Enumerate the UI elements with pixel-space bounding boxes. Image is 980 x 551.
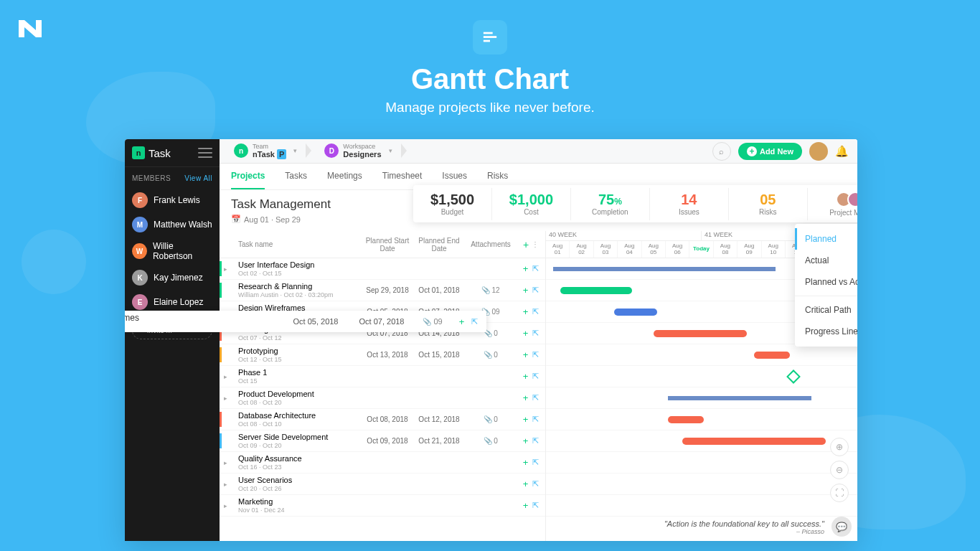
external-link-icon[interactable]: ⇱: [471, 317, 478, 326]
expand-icon[interactable]: ▸: [224, 502, 227, 509]
task-row[interactable]: ▸ User ScenariosOct 20 · Oct 26 +⇱: [220, 474, 545, 495]
view-all-link[interactable]: View All: [184, 174, 212, 182]
add-icon[interactable]: +: [523, 328, 529, 339]
chat-icon[interactable]: 💬: [831, 517, 852, 537]
add-icon[interactable]: +: [523, 306, 529, 317]
external-link-icon[interactable]: ⇱: [532, 415, 539, 424]
dropdown-item[interactable]: Critical Path: [795, 299, 857, 321]
member-item[interactable]: FFrank Lewis: [125, 188, 220, 212]
task-row[interactable]: ▸ Product DevelopmentOct 08 · Oct 20 +⇱: [220, 387, 545, 409]
hero-subtitle: Manage projects like never before.: [0, 100, 980, 116]
external-link-icon[interactable]: ⇱: [532, 501, 539, 510]
team-icon: n: [234, 143, 248, 158]
fullscreen-icon[interactable]: ⛶: [830, 484, 849, 502]
dropdown-item[interactable]: Planned vs Actual: [795, 271, 857, 293]
add-icon[interactable]: +: [523, 263, 529, 274]
svg-rect-1: [484, 36, 496, 38]
add-icon[interactable]: +: [523, 435, 529, 446]
add-icon[interactable]: +: [523, 457, 529, 468]
add-icon[interactable]: +: [523, 371, 529, 382]
bell-icon[interactable]: 🔔: [835, 145, 849, 158]
dropdown-item[interactable]: Progress Line: [795, 321, 857, 342]
gantt-bar[interactable]: [682, 438, 826, 445]
milestone-icon[interactable]: [786, 369, 801, 384]
quote: "Action is the foundational key to all s…: [664, 519, 824, 535]
external-link-icon[interactable]: ⇱: [532, 307, 539, 316]
task-row[interactable]: ▸ User Interface DesignOct 02 · Oct 15 +…: [220, 258, 545, 280]
tab-tasks[interactable]: Tasks: [285, 164, 307, 189]
external-link-icon[interactable]: ⇱: [532, 329, 539, 338]
hero-title: Gantt Chart: [0, 63, 980, 95]
search-icon[interactable]: ⌕: [712, 142, 731, 161]
breadcrumb-team[interactable]: n TeamnTaskP ▾: [228, 141, 303, 161]
gantt-bar[interactable]: [668, 416, 704, 423]
task-row[interactable]: Database ArchitectureOct 08 · Oct 10 Oct…: [220, 409, 545, 430]
member-item[interactable]: MMatthew Walsh: [125, 212, 220, 237]
dropdown-item[interactable]: Planned: [795, 228, 857, 250]
expand-icon[interactable]: ▸: [224, 481, 227, 488]
add-icon[interactable]: +: [523, 349, 529, 360]
add-icon[interactable]: +: [523, 500, 529, 511]
gantt-bar[interactable]: [668, 396, 811, 400]
task-row[interactable]: ▸ MarketingNov 01 · Dec 24 +⇱: [220, 495, 545, 517]
sidebar-brand[interactable]: n Task: [132, 146, 171, 159]
add-icon[interactable]: +: [523, 392, 529, 403]
member-item[interactable]: WWillie Robertson: [125, 237, 220, 265]
chevron-down-icon: ▾: [389, 147, 392, 154]
task-row[interactable]: Server Side DevelopmentOct 09 · Oct 20 O…: [220, 430, 545, 452]
expand-icon[interactable]: ▸: [224, 265, 227, 273]
zoom-out-icon[interactable]: ⊖: [830, 461, 849, 479]
external-link-icon[interactable]: ⇱: [532, 436, 539, 446]
add-icon[interactable]: +: [523, 414, 529, 425]
tab-projects[interactable]: Projects: [231, 164, 265, 189]
attachment-icon: 📎: [484, 415, 492, 423]
add-new-button[interactable]: +Add New: [738, 143, 802, 160]
external-link-icon[interactable]: ⇱: [532, 393, 539, 402]
add-icon[interactable]: +: [523, 285, 529, 296]
avatar: K: [132, 270, 148, 286]
add-icon[interactable]: +: [523, 479, 529, 489]
project-title: Task Management: [231, 197, 331, 212]
external-link-icon[interactable]: ⇱: [532, 350, 539, 359]
user-avatar[interactable]: [809, 142, 828, 161]
members-label: MEMBERS: [132, 174, 171, 182]
dropdown-item[interactable]: Actual: [795, 250, 857, 271]
expand-icon[interactable]: ▸: [224, 373, 227, 380]
task-row[interactable]: PrototypingOct 12 · Oct 15 Oct 13, 2018O…: [220, 344, 545, 366]
svg-rect-0: [484, 32, 493, 34]
external-link-icon[interactable]: ⇱: [532, 458, 539, 467]
gantt-bar[interactable]: [560, 287, 632, 294]
add-column[interactable]: +: [523, 239, 529, 250]
topbar: n TeamnTaskP ▾ D WorkspaceDesigners ▾ ⌕ …: [220, 139, 857, 164]
external-link-icon[interactable]: ⇱: [532, 479, 539, 489]
avatar: F: [132, 192, 148, 208]
member-item[interactable]: KKay Jimenez: [125, 265, 220, 290]
view-dropdown: PlannedActualPlanned vs ActualCritical P…: [795, 224, 857, 347]
external-link-icon[interactable]: ⇱: [532, 264, 539, 273]
floating-task-card[interactable]: ⋮⋮ Design WireframesOct 05 · Oct 07 Oct …: [125, 311, 486, 332]
pm-avatar: [847, 192, 857, 207]
zoom-in-icon[interactable]: ⊕: [830, 438, 849, 456]
external-link-icon[interactable]: ⇱: [532, 286, 539, 295]
gantt-bar[interactable]: [654, 330, 747, 337]
avatar: E: [132, 294, 148, 310]
add-icon[interactable]: +: [459, 316, 465, 327]
attachment-icon: 📎: [484, 351, 492, 359]
hamburger-icon[interactable]: [198, 148, 212, 158]
task-row[interactable]: ▸ Quality AssuranceOct 16 · Oct 23 +⇱: [220, 452, 545, 474]
task-row[interactable]: ▸ Phase 1Oct 15 +⇱: [220, 366, 545, 387]
gantt-bar[interactable]: [754, 352, 790, 359]
project-dates: 📅 Aug 01 · Sep 29: [231, 215, 331, 224]
gantt-bar[interactable]: [553, 267, 776, 271]
attachment-icon: 📎: [481, 286, 490, 294]
task-row[interactable]: Research & PlanningWilliam Austin · Oct …: [220, 280, 545, 301]
brand-icon: n: [132, 146, 145, 159]
gantt-bar[interactable]: [614, 309, 657, 316]
expand-icon[interactable]: ▸: [224, 459, 227, 466]
calendar-icon: 📅: [231, 215, 241, 224]
tab-meetings[interactable]: Meetings: [327, 164, 362, 189]
more-icon[interactable]: ⋮: [532, 240, 539, 248]
external-link-icon[interactable]: ⇱: [532, 372, 539, 381]
breadcrumb-workspace[interactable]: D WorkspaceDesigners ▾: [319, 141, 397, 161]
expand-icon[interactable]: ▸: [224, 395, 227, 402]
